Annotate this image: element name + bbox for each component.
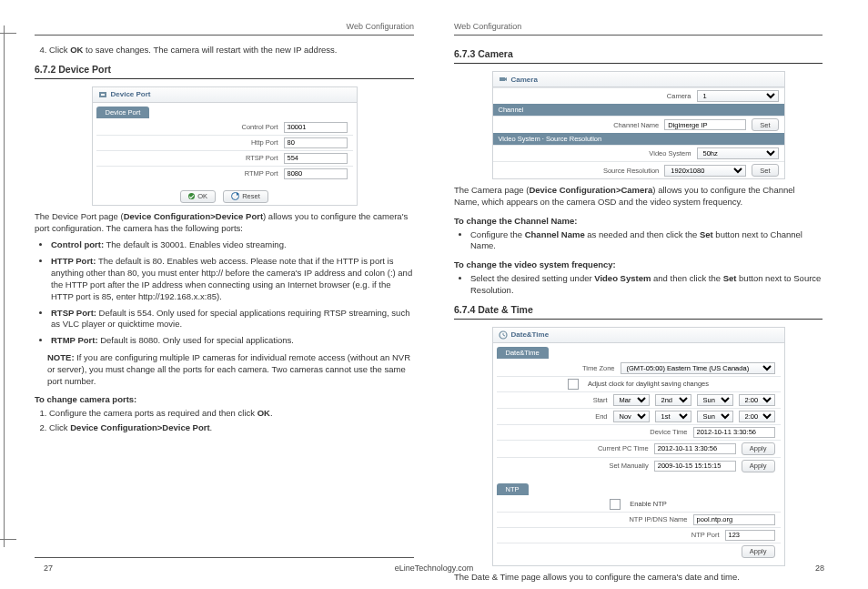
control-port-input[interactable] xyxy=(284,122,348,133)
section-rule xyxy=(35,78,414,79)
bullet-rtsp-port: RTSP Port: Default is 554. Only used for… xyxy=(51,308,414,331)
ntp-port-input[interactable] xyxy=(725,530,775,541)
panel-title: Date&Time xyxy=(511,330,550,339)
change-vsys-step: Select the desired setting under Video S… xyxy=(470,273,823,297)
camera-panel: Camera Camera1 Channel Channel NameSet V… xyxy=(492,71,785,179)
reset-icon xyxy=(231,192,239,200)
ntp-enable-checkbox[interactable] xyxy=(610,499,621,510)
panel-tab[interactable]: Date&Time xyxy=(497,347,549,359)
panel-title: Device Port xyxy=(111,90,151,98)
dst-end-month[interactable]: Nov xyxy=(613,411,650,422)
ntp-tab[interactable]: NTP xyxy=(497,483,529,495)
change-vsys-heading: To change the video system frequency: xyxy=(454,259,823,269)
ok-button[interactable]: OK xyxy=(180,190,216,203)
channel-section: Channel xyxy=(493,104,784,116)
section-6-7-4-title: 6.7.4 Date & Time xyxy=(454,304,823,315)
bullet-rtmp-port: RTMP Port: Default is 8080. Only used fo… xyxy=(51,335,414,347)
camera-select[interactable]: 1 xyxy=(697,90,779,102)
http-port-label: Http Port xyxy=(187,138,278,147)
change-channel-heading: To change the Channel Name: xyxy=(454,216,823,226)
rtsp-port-label: RTSP Port xyxy=(187,154,278,162)
rtmp-port-input[interactable] xyxy=(284,168,348,179)
dst-end-day[interactable]: Sun xyxy=(697,411,733,422)
datetime-outro: The Date & Time page allows you to confi… xyxy=(454,572,823,584)
panel-title: Camera xyxy=(511,76,538,84)
device-time-input[interactable] xyxy=(693,427,775,438)
crop-mark xyxy=(4,25,5,547)
section-6-7-2-title: 6.7.2 Device Port xyxy=(35,64,414,75)
section-rule xyxy=(454,63,823,64)
change-channel-step: Configure the Channel Name as needed and… xyxy=(470,229,823,253)
bullet-http-port: HTTP Port: The default is 80. Enables we… xyxy=(51,256,414,302)
camera-intro: The Camera page (Device Configuration>Ca… xyxy=(454,185,823,208)
ntp-name-label: NTP IP/DNS Name xyxy=(597,515,688,523)
http-port-input[interactable] xyxy=(284,137,348,148)
device-time-label: Device Time xyxy=(597,428,688,436)
ntp-enable-label: Enable NTP xyxy=(630,500,666,508)
page-header: Web Configuration xyxy=(35,16,414,36)
manual-time-label: Set Manually xyxy=(558,462,649,470)
footer-website: eLineTechnology.com xyxy=(0,564,868,573)
dst-start-month[interactable]: Mar xyxy=(613,394,650,406)
panel-titlebar: Camera xyxy=(493,72,784,87)
dst-start-week[interactable]: 2nd xyxy=(655,394,691,406)
page-28: Web Configuration 6.7.3 Camera Camera Ca… xyxy=(434,16,843,558)
svg-marker-3 xyxy=(505,77,507,81)
dst-start-day[interactable]: Sun xyxy=(697,394,733,406)
section-6-7-3-title: 6.7.3 Camera xyxy=(454,48,823,59)
video-system-select[interactable]: 50hz xyxy=(697,147,779,159)
channel-name-label: Channel Name xyxy=(568,121,659,129)
change-step-1: Configure the camera ports as required a… xyxy=(49,408,414,420)
pc-time-input[interactable] xyxy=(654,443,736,454)
dst-start-label: Start xyxy=(580,396,608,404)
timezone-select[interactable]: (GMT-05:00) Eastern Time (US Canada) xyxy=(621,362,775,374)
page-rule xyxy=(35,557,414,558)
dst-end-label: End xyxy=(580,412,608,421)
clock-icon xyxy=(499,330,508,340)
panel-tab[interactable]: Device Port xyxy=(96,107,150,118)
camera-icon xyxy=(499,75,508,84)
video-system-label: Video System xyxy=(601,149,691,157)
dst-label: Adjust clock for daylight saving changes xyxy=(588,380,709,388)
crop-mark xyxy=(0,539,16,540)
change-ports-heading: To change camera ports: xyxy=(35,394,414,404)
video-system-section: Video System · Source Resolution xyxy=(493,133,784,145)
manual-time-apply-button[interactable]: Apply xyxy=(742,460,775,472)
bullet-control-port: Control port: The default is 30001. Enab… xyxy=(51,239,414,251)
note-block: NOTE: If you are configuring multiple IP… xyxy=(47,352,414,387)
manual-time-input[interactable] xyxy=(654,461,736,472)
section-rule xyxy=(454,319,823,320)
rtsp-port-input[interactable] xyxy=(284,153,348,164)
dst-end-week[interactable]: 1st xyxy=(655,411,691,422)
device-port-panel: Device Port Device Port Control Port Htt… xyxy=(92,86,358,206)
source-resolution-label: Source Resolution xyxy=(568,167,659,175)
ntp-port-label: NTP Port xyxy=(629,531,720,539)
change-step-2: Click Device Configuration>Device Port. xyxy=(49,422,414,434)
channel-set-button[interactable]: Set xyxy=(752,118,778,131)
step-4: Click OK to save changes. The camera wil… xyxy=(49,45,414,56)
page-27: Web Configuration Click OK to save chang… xyxy=(25,16,434,558)
dst-end-time[interactable]: 2:00 xyxy=(739,411,775,422)
datetime-panel: Date&Time Date&Time Time Zone(GMT-05:00)… xyxy=(492,327,785,566)
ntp-name-input[interactable] xyxy=(693,514,775,525)
resolution-set-button[interactable]: Set xyxy=(752,164,778,177)
rtmp-port-label: RTMP Port xyxy=(187,169,278,178)
crop-mark xyxy=(0,33,16,34)
page-header: Web Configuration xyxy=(454,16,823,36)
dst-start-time[interactable]: 2:00 xyxy=(739,394,775,406)
ok-icon xyxy=(188,193,195,199)
source-resolution-select[interactable]: 1920x1080 xyxy=(664,165,746,177)
device-port-icon xyxy=(98,90,107,99)
device-port-intro: The Device Port page (Device Configurati… xyxy=(35,211,414,235)
svg-rect-2 xyxy=(500,77,505,81)
pc-time-apply-button[interactable]: Apply xyxy=(742,442,775,455)
channel-name-input[interactable] xyxy=(664,119,746,130)
timezone-label: Time Zone xyxy=(524,364,615,372)
reset-button[interactable]: Reset xyxy=(223,190,268,203)
dst-checkbox[interactable] xyxy=(568,379,579,390)
panel-titlebar: Date&Time xyxy=(493,328,784,343)
control-port-label: Control Port xyxy=(187,123,278,131)
panel-titlebar: Device Port xyxy=(93,87,357,103)
document-spread: Web Configuration Click OK to save chang… xyxy=(0,0,868,589)
ntp-apply-button[interactable]: Apply xyxy=(742,545,775,558)
